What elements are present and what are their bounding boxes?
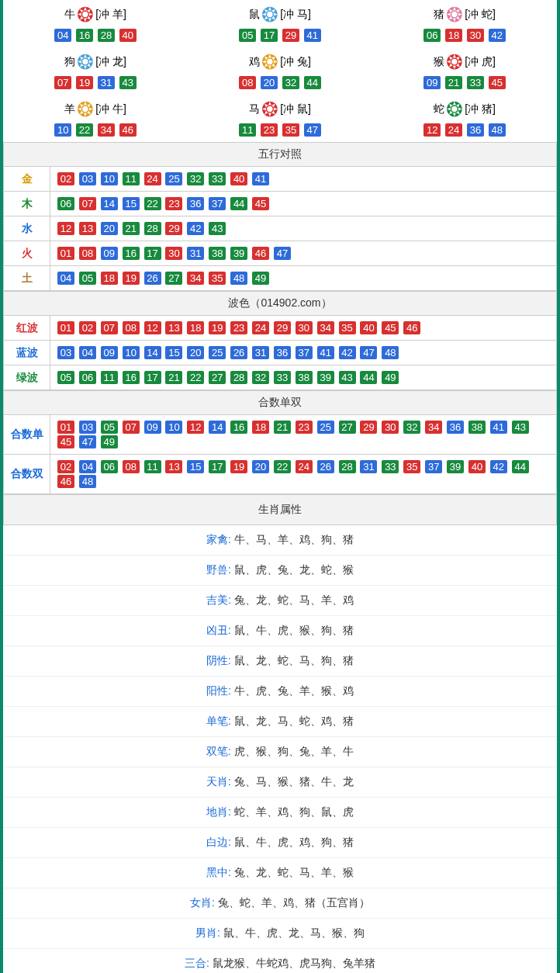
- zodiac-conflict-4: [冲 兔]: [280, 55, 311, 68]
- heshu-0-ball-14: 29: [360, 421, 377, 434]
- wuxing-1-ball-6: 36: [187, 197, 204, 210]
- bose-2-ball-10: 33: [274, 371, 291, 384]
- zodiac-cell-5: 猴❂[冲 虎]09 21 33 45: [372, 47, 557, 95]
- zodiac-cell-4: 鸡❂[冲 兔]08 20 32 44: [188, 47, 372, 95]
- wuxing-2-ball-3: 21: [123, 222, 140, 235]
- bose-2-ball-15: 49: [382, 371, 399, 384]
- attr-label-8: 天肖:: [206, 775, 234, 788]
- heshu-table: 合数单双 合数单01 03 05 07 09 10 12 14 16 18 21…: [3, 390, 557, 494]
- heshu-1-ball-15: 33: [382, 460, 399, 473]
- wuxing-4-ball-9: 49: [252, 272, 269, 285]
- zodiac-7-ball-0: 11: [239, 123, 256, 137]
- wuxing-3-ball-3: 16: [123, 247, 140, 260]
- bose-1-ball-4: 14: [144, 346, 161, 359]
- bose-balls-0: 01 02 07 08 12 13 18 19 23 24 29 30 34 3…: [50, 316, 557, 341]
- zodiac-balls-8: 12 24 36 48: [423, 123, 506, 137]
- attr-row-6: 单笔: 鼠、龙、马、蛇、鸡、猪: [4, 707, 557, 737]
- bose-0-ball-9: 24: [252, 321, 269, 334]
- heshu-0-ball-23: 47: [79, 435, 96, 448]
- zodiac-balls-5: 09 21 33 45: [423, 75, 506, 90]
- zodiac-conflict-7: [冲 鼠]: [280, 102, 311, 115]
- heshu-1-ball-2: 06: [101, 460, 118, 473]
- heshu-0-ball-2: 05: [101, 421, 118, 434]
- zodiac-cell-8: 蛇❂[冲 猪]12 24 36 48: [372, 95, 557, 142]
- zodiac-conflict-2: [冲 蛇]: [465, 8, 496, 20]
- wuxing-3-ball-2: 09: [101, 247, 118, 260]
- wuxing-1-ball-4: 22: [144, 197, 161, 210]
- zodiac-balls-2: 06 18 30 42: [423, 28, 506, 43]
- zodiac-1-ball-0: 05: [239, 29, 256, 42]
- attr-row-2: 吉美: 兔、龙、蛇、马、羊、鸡: [4, 586, 557, 616]
- attr-label-3: 凶丑:: [206, 624, 234, 636]
- heshu-1-ball-3: 08: [123, 460, 140, 473]
- bose-2-ball-8: 28: [230, 371, 247, 384]
- zodiac-6-ball-0: 10: [54, 123, 71, 137]
- zodiac-2-ball-3: 42: [489, 29, 506, 42]
- bose-balls-2: 05 06 11 16 17 21 22 27 28 32 33 38 39 4…: [50, 365, 557, 390]
- zodiac-name-6: 羊: [64, 102, 75, 115]
- bose-2-ball-14: 44: [360, 371, 377, 384]
- zodiac-conflict-1: [冲 马]: [280, 8, 311, 20]
- zodiac-icon-3: ❂: [77, 52, 94, 72]
- attr-label-6: 单笔:: [206, 715, 234, 727]
- wuxing-label-3: 火: [4, 241, 50, 266]
- bose-1-ball-10: 36: [274, 346, 291, 359]
- zodiac-balls-1: 05 17 29 41: [238, 28, 322, 43]
- bose-2-ball-4: 17: [144, 371, 161, 384]
- wuxing-label-1: 木: [4, 192, 50, 216]
- zodiac-0-ball-2: 28: [98, 29, 115, 42]
- attr-val-11: 兔、龙、蛇、马、羊、猴: [234, 866, 354, 878]
- attr-label-14: 三合:: [185, 957, 213, 969]
- heshu-1-ball-18: 39: [447, 460, 464, 473]
- wuxing-3-ball-1: 08: [79, 247, 96, 260]
- heshu-0-ball-17: 34: [425, 421, 442, 434]
- heshu-1-ball-11: 24: [296, 460, 313, 473]
- wuxing-balls-0: 02 03 10 11 24 25 32 33 40 41: [50, 167, 557, 192]
- bose-0-ball-13: 35: [339, 321, 356, 334]
- heshu-1-ball-16: 35: [403, 460, 420, 473]
- heshu-0-ball-22: 45: [57, 435, 74, 448]
- attr-label-4: 阴性:: [206, 654, 234, 667]
- zodiac-3-ball-0: 07: [54, 76, 71, 89]
- bose-1-ball-7: 25: [209, 346, 226, 359]
- heshu-1-ball-17: 37: [425, 460, 442, 473]
- bose-2-ball-3: 16: [123, 371, 140, 384]
- attr-val-0: 牛、马、羊、鸡、狗、猪: [234, 533, 354, 545]
- attr-val-7: 虎、猴、狗、兔、羊、牛: [234, 745, 354, 757]
- zodiac-conflict-8: [冲 猪]: [465, 102, 496, 115]
- bose-label-1: 蓝波: [4, 341, 50, 365]
- attr-row-3: 凶丑: 鼠、牛、虎、猴、狗、猪: [4, 616, 557, 646]
- wuxing-1-ball-0: 06: [57, 197, 74, 210]
- wuxing-2-ball-2: 20: [101, 222, 118, 235]
- bose-table: 波色（014902.com） 红波01 02 07 08 12 13 18 19…: [3, 291, 557, 390]
- wuxing-0-ball-8: 40: [230, 172, 247, 185]
- wuxing-label-0: 金: [4, 167, 50, 192]
- heshu-1-ball-1: 04: [79, 460, 96, 473]
- zodiac-name-7: 马: [249, 102, 260, 115]
- attr-row-1: 野兽: 鼠、虎、兔、龙、蛇、猴: [4, 556, 557, 586]
- wuxing-1-ball-8: 44: [230, 197, 247, 210]
- zodiac-6-ball-1: 22: [76, 123, 93, 137]
- zodiac-0-ball-0: 04: [54, 29, 71, 42]
- attr-row-9: 地肖: 蛇、羊、鸡、狗、鼠、虎: [4, 798, 557, 828]
- zodiac-4-ball-0: 08: [239, 76, 256, 89]
- zodiac-conflict-6: [冲 牛]: [95, 102, 126, 115]
- bose-label-0: 红波: [4, 316, 50, 341]
- attr-val-10: 鼠、牛、虎、鸡、狗、猪: [234, 836, 354, 848]
- heshu-1-ball-13: 28: [339, 460, 356, 473]
- attr-row-10: 白边: 鼠、牛、虎、鸡、狗、猪: [4, 828, 557, 858]
- wuxing-table: 五行对照 金02 03 10 11 24 25 32 33 40 41木06 0…: [3, 142, 557, 291]
- wuxing-1-ball-5: 23: [165, 197, 182, 210]
- heshu-0-ball-15: 30: [382, 421, 399, 434]
- heshu-label-1: 合数双: [4, 455, 50, 494]
- heshu-1-ball-19: 40: [468, 460, 486, 473]
- wuxing-label-2: 水: [4, 216, 50, 241]
- zodiac-icon-8: ❂: [446, 99, 463, 119]
- heshu-0-ball-24: 49: [101, 435, 118, 448]
- bose-label-2: 绿波: [4, 365, 50, 390]
- attr-row-7: 双笔: 虎、猴、狗、兔、羊、牛: [4, 737, 557, 767]
- wuxing-0-ball-5: 25: [165, 172, 182, 185]
- zodiac-5-ball-3: 45: [489, 76, 506, 89]
- zodiac-cell-7: 马❂[冲 鼠]11 23 35 47: [188, 95, 372, 142]
- bose-2-ball-6: 22: [187, 371, 204, 384]
